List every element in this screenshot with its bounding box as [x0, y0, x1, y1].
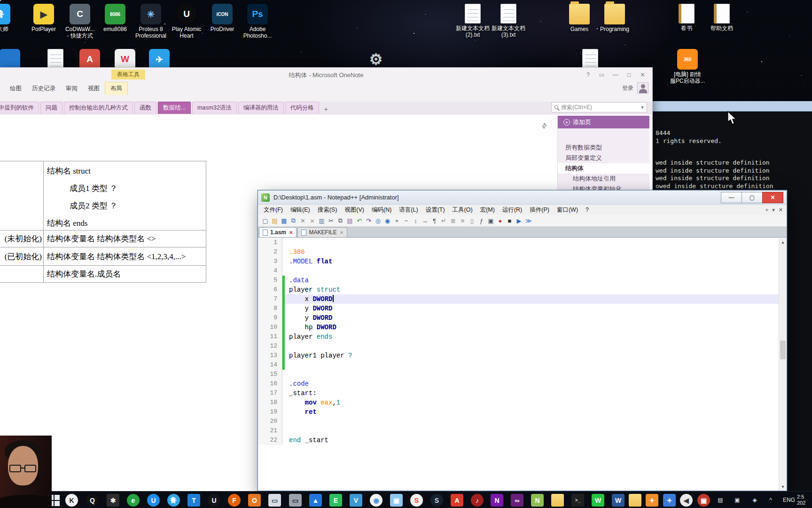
- help-docs-icon[interactable]: 帮助文档: [702, 4, 742, 32]
- wechat-icon[interactable]: W: [592, 494, 604, 507]
- onenote-task-icon[interactable]: N: [491, 494, 503, 507]
- vs-blue-icon[interactable]: V: [350, 494, 362, 507]
- editor-tab[interactable]: 1.asm✕: [259, 227, 297, 237]
- help-button[interactable]: ?: [581, 70, 595, 80]
- menu-item[interactable]: 文件(F): [260, 205, 287, 215]
- tray-up-icon[interactable]: ^: [766, 496, 775, 504]
- notepadpp-titlebar[interactable]: N D:\Desktop\1.asm - Notepad++ [Administ…: [258, 190, 787, 205]
- function-list-icon[interactable]: ƒ: [477, 216, 486, 225]
- add-section-tab[interactable]: +: [320, 104, 332, 114]
- line-number[interactable]: 13: [258, 351, 282, 360]
- minimize-button[interactable]: —: [721, 192, 742, 203]
- section-tab[interactable]: 编译器的用法: [238, 102, 284, 114]
- scroll-up-arrow[interactable]: ▲: [779, 238, 787, 246]
- uc-browser-icon[interactable]: U: [147, 494, 160, 507]
- print-icon[interactable]: ▥: [317, 216, 326, 225]
- save-icon[interactable]: ▦: [280, 216, 289, 225]
- netease-music-icon[interactable]: ♪: [471, 494, 484, 507]
- page-list-item[interactable]: 结构体地址引用: [558, 174, 649, 184]
- chrome-icon[interactable]: ◉: [370, 494, 383, 507]
- text-doc-3-icon[interactable]: 新建文本文档(3).txt: [488, 4, 529, 38]
- ribbon-tab[interactable]: 历史记录: [27, 82, 61, 95]
- ribbon-tab-layout[interactable]: 布局: [105, 82, 128, 95]
- close-button[interactable]: ✕: [636, 70, 649, 80]
- menu-item[interactable]: 设置(T): [422, 205, 449, 215]
- ludashi-icon[interactable]: 鲁鲁大师: [0, 4, 20, 32]
- macro-play-icon[interactable]: ▶: [515, 216, 523, 225]
- line-number[interactable]: 22: [258, 436, 282, 445]
- prodriver-icon[interactable]: iCONProDriver: [202, 4, 242, 32]
- display-icon[interactable]: ▭: [268, 494, 281, 507]
- potplayer-icon[interactable]: ▶PotPlayer: [23, 4, 64, 32]
- section-tab[interactable]: 问题: [40, 102, 62, 114]
- cut-icon[interactable]: ✂: [327, 216, 336, 225]
- menu-item[interactable]: 语言(L): [395, 205, 422, 215]
- visual-studio-icon[interactable]: ∞: [511, 494, 523, 507]
- ribbon-tab[interactable]: 视图: [83, 82, 105, 95]
- indent-guide-icon[interactable]: ≣: [449, 216, 458, 225]
- word-wrap-icon[interactable]: ¶: [430, 216, 439, 225]
- add-page-header[interactable]: + 添加页: [558, 116, 649, 128]
- line-number[interactable]: 12: [258, 341, 282, 351]
- open-folder-icon[interactable]: ▤: [270, 216, 279, 225]
- scroll-down-arrow[interactable]: ▼: [779, 483, 787, 491]
- menu-extra-button[interactable]: ✕: [779, 207, 783, 213]
- word-icon[interactable]: W: [612, 494, 625, 507]
- section-tab[interactable]: 数据结...: [158, 102, 191, 114]
- page-list-item[interactable]: 所有数据类型: [558, 143, 649, 153]
- line-number[interactable]: 19: [258, 407, 282, 417]
- steam-icon[interactable]: S: [430, 494, 443, 507]
- line-number[interactable]: 1: [258, 238, 282, 247]
- ribbon-tab[interactable]: 绘图: [5, 82, 27, 95]
- folder2-icon[interactable]: [629, 494, 641, 507]
- show-symbols-icon[interactable]: ↵: [439, 216, 448, 225]
- copy-icon[interactable]: ⧉: [336, 216, 345, 225]
- zoom-out-icon[interactable]: −: [402, 216, 411, 225]
- blue-tool-icon[interactable]: ✦: [663, 494, 676, 507]
- close-all-icon[interactable]: ⨯: [308, 216, 317, 225]
- red-app-icon[interactable]: ▣: [697, 494, 710, 507]
- expand-icon[interactable]: ⇄: [539, 121, 549, 130]
- kanshu-icon[interactable]: 看书: [666, 4, 707, 32]
- projector-icon[interactable]: ▭: [289, 494, 302, 507]
- atomic-heart-icon[interactable]: UPlay AtomicHeart: [166, 4, 207, 39]
- menu-item[interactable]: 窗口(W): [553, 205, 582, 215]
- photoshop-icon[interactable]: PsAdobePhotosho...: [237, 4, 278, 39]
- section-tab[interactable]: 中提到的软件: [0, 102, 39, 114]
- line-number[interactable]: 10: [258, 323, 282, 332]
- unreal-icon[interactable]: U: [208, 494, 220, 507]
- signin-link[interactable]: 登录: [622, 84, 633, 92]
- menu-item[interactable]: 视图(V): [341, 205, 368, 215]
- doc-map-icon[interactable]: ▯: [468, 216, 476, 225]
- macro-run-icon[interactable]: ≫: [524, 216, 533, 225]
- user-lang-icon[interactable]: ≡: [458, 216, 467, 225]
- line-number[interactable]: 11: [258, 332, 282, 341]
- menu-item[interactable]: 运行(R): [499, 205, 526, 215]
- redo-icon[interactable]: ↷: [364, 216, 373, 225]
- office-icon[interactable]: O: [248, 494, 261, 507]
- find-icon[interactable]: ◎: [374, 216, 383, 225]
- line-number[interactable]: 17: [258, 389, 282, 398]
- menu-item[interactable]: 插件(P): [526, 205, 553, 215]
- macro-stop-icon[interactable]: ■: [505, 216, 514, 225]
- tray-cam-icon[interactable]: ▣: [733, 496, 742, 504]
- macro-record-icon[interactable]: ●: [496, 216, 505, 225]
- menu-item[interactable]: 编码(N): [368, 205, 395, 215]
- menu-item[interactable]: 搜索(S): [314, 205, 341, 215]
- close-button[interactable]: ✕: [762, 192, 783, 203]
- page-list-item[interactable]: 结构体: [558, 163, 649, 174]
- ribbon-tab[interactable]: 审阅: [61, 82, 83, 95]
- evernote-icon[interactable]: E: [329, 494, 342, 507]
- text-doc-2-icon[interactable]: 新建文本文档(2).txt: [453, 4, 493, 38]
- section-tab[interactable]: 代码分格: [285, 102, 319, 114]
- line-number[interactable]: 20: [258, 417, 282, 426]
- editor-scrollbar[interactable]: ▲ ▼: [779, 238, 787, 491]
- line-number[interactable]: 9: [258, 313, 282, 323]
- notepadpp-task-icon[interactable]: N: [531, 494, 544, 507]
- tray-net-icon[interactable]: ◈: [750, 496, 759, 504]
- line-number[interactable]: 4: [258, 266, 282, 276]
- line-number[interactable]: 6: [258, 285, 282, 294]
- ludashi-task-icon[interactable]: 鲁: [167, 494, 180, 507]
- zoom-in-icon[interactable]: +: [392, 216, 401, 225]
- qq-icon[interactable]: Q: [86, 494, 99, 507]
